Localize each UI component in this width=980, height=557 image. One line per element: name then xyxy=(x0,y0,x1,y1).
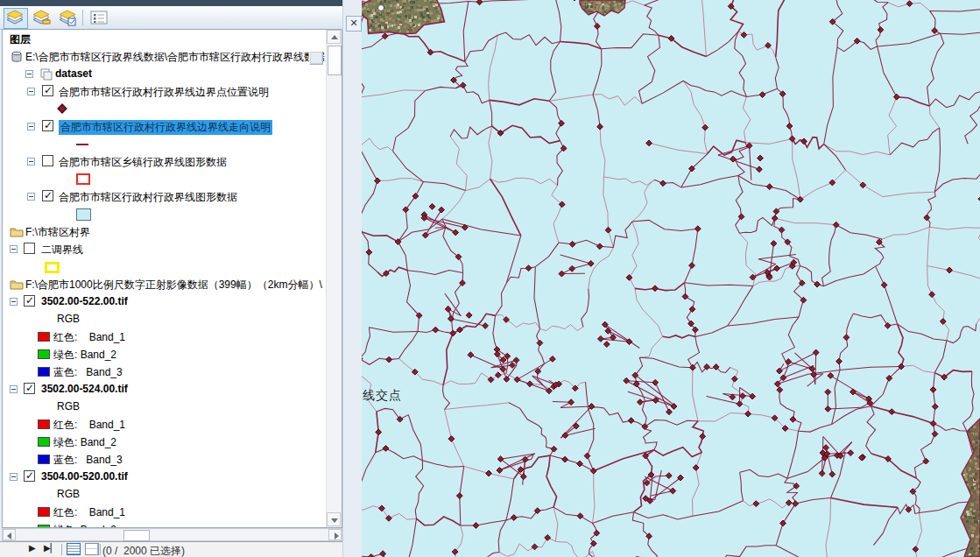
toc-row-symbol xyxy=(3,101,328,118)
attribute-table-footer: ▶ ▶▏ (0 / 2000 已选择) ▶ xyxy=(0,541,362,557)
list-by-source-button[interactable] xyxy=(30,8,54,29)
separator xyxy=(97,544,98,555)
scroll-left-button[interactable] xyxy=(3,529,16,540)
layer-visibility-checkbox[interactable] xyxy=(42,190,53,201)
tree-expander-icon[interactable] xyxy=(10,245,18,253)
tree-expander-icon[interactable] xyxy=(27,88,35,95)
scroll-up-button[interactable] xyxy=(327,30,341,44)
toc-label[interactable]: 3502.00-524.00.tif xyxy=(41,383,128,395)
toc-row-root: 图层 xyxy=(3,31,328,48)
toc-label: RGB xyxy=(57,488,80,500)
toc-row-layer: 3502.00-524.00.tif xyxy=(3,381,328,398)
band-color-swatch xyxy=(38,525,50,527)
toc-row-symbol xyxy=(3,136,328,153)
toc-row-symbol xyxy=(3,206,328,223)
toc-row-layer: 合肥市市辖区乡镇行政界线图形数据 xyxy=(3,153,328,171)
arrow-left-icon xyxy=(7,532,11,539)
toc-label: 绿色: Band_2 xyxy=(53,348,116,363)
band-color-swatch xyxy=(38,349,50,359)
list-by-drawing-order-button[interactable] xyxy=(4,8,28,29)
toc-row-layer: 3504.00-520.00.tif xyxy=(3,469,328,486)
toc-label[interactable]: 合肥市市辖区行政村行政界线边界线走向说明 xyxy=(59,120,272,135)
toc-label[interactable]: 二调界线 xyxy=(41,243,83,257)
map-graphics xyxy=(362,0,980,557)
window-chrome-strip xyxy=(0,0,342,6)
tree-expander-icon[interactable] xyxy=(27,193,35,201)
legend-symbol-rect-cyan[interactable] xyxy=(76,208,91,221)
list-by-source-icon xyxy=(31,17,52,29)
layer-visibility-checkbox[interactable] xyxy=(24,470,35,482)
list-by-visibility-icon xyxy=(57,17,78,29)
table-view-icon[interactable] xyxy=(67,543,81,555)
toc-label: 蓝色: Band_3 xyxy=(53,365,123,380)
geodatabase-icon xyxy=(10,50,24,64)
legend-symbol-rect-red[interactable] xyxy=(76,173,90,185)
band-color-swatch xyxy=(38,437,50,447)
toc-row-source: F:\合肥市1000比例尺数字正射影像数据（399幅）（2km分幅）\ xyxy=(3,276,328,293)
last-record-button[interactable]: ▶▏ xyxy=(44,543,57,553)
toc-label[interactable]: F:\合肥市1000比例尺数字正射影像数据（399幅）（2km分幅）\ xyxy=(25,278,322,293)
toc-label[interactable]: E:\合肥市市辖区行政界线数据\合肥市市辖区行政村行政界线数据库 xyxy=(25,50,328,65)
tree-expander-icon[interactable] xyxy=(10,298,18,306)
toc-row-source: F:\市辖区村界 xyxy=(3,223,328,241)
folder-icon xyxy=(10,278,24,292)
tree-expander-icon[interactable] xyxy=(27,123,35,130)
arrow-right-icon xyxy=(335,532,339,539)
layer-visibility-checkbox[interactable] xyxy=(24,243,35,254)
toc-row-dataset: dataset xyxy=(3,66,328,83)
tree-expander-icon[interactable] xyxy=(10,473,18,481)
layer-visibility-checkbox[interactable] xyxy=(42,120,53,131)
toc-row-rgb: RGB xyxy=(3,398,328,416)
toc-label[interactable]: dataset xyxy=(55,67,92,80)
toc-label[interactable]: 3504.00-520.00.tif xyxy=(41,470,128,483)
toc-label: RGB xyxy=(57,400,80,412)
tree-expander-icon[interactable] xyxy=(25,70,33,78)
legend-symbol-rect-yellow[interactable] xyxy=(45,262,60,273)
toc-vertical-scrollbar[interactable] xyxy=(326,30,342,527)
toc-label: RGB xyxy=(57,313,80,325)
layer-visibility-checkbox[interactable] xyxy=(42,155,53,166)
toc-row-symbol xyxy=(3,258,328,276)
scroll-down-button[interactable] xyxy=(327,512,341,526)
legend-symbol-diamond[interactable] xyxy=(57,103,67,113)
band-color-swatch xyxy=(38,367,50,377)
vertical-scroll-thumb[interactable] xyxy=(328,46,342,75)
map-canvas[interactable]: 线交点 xyxy=(362,0,980,557)
next-record-button[interactable]: ▶ xyxy=(29,543,36,553)
close-icon[interactable]: ✕ xyxy=(346,16,362,32)
toc-options-button[interactable] xyxy=(88,8,112,29)
band-color-swatch xyxy=(38,332,50,342)
toc-label: 绿色: Band_2 xyxy=(53,435,116,450)
toc-row-source: E:\合肥市市辖区行政界线数据\合肥市市辖区行政村行政界线数据库 xyxy=(3,48,328,66)
toc-label: 红色: Band_1 xyxy=(53,418,125,433)
tree-expander-icon[interactable] xyxy=(10,385,18,393)
toc-row-band: 红色: Band_1 xyxy=(3,504,328,521)
layer-visibility-checkbox[interactable] xyxy=(42,85,53,96)
layer-visibility-checkbox[interactable] xyxy=(24,295,35,307)
layer-visibility-checkbox[interactable] xyxy=(24,383,35,394)
toc-label[interactable]: 合肥市市辖区乡镇行政界线图形数据 xyxy=(59,155,227,170)
toc-label[interactable]: 3502.00-522.00.tif xyxy=(41,295,128,307)
map-annotation-label: 线交点 xyxy=(363,388,402,404)
toc-panel: 图层E:\合肥市市辖区行政界线数据\合肥市市辖区行政村行政界线数据库datase… xyxy=(0,0,362,557)
toc-row-symbol xyxy=(3,171,328,188)
toc-row-band: 蓝色: Band_3 xyxy=(3,363,328,381)
toc-tree-container: 图层E:\合肥市市辖区行政界线数据\合肥市市辖区行政村行政界线数据库datase… xyxy=(2,29,342,528)
tree-expander-icon[interactable] xyxy=(27,158,35,166)
toc-row-band: 绿色: Band_2 xyxy=(3,346,328,363)
toc-row-layer: 合肥市市辖区行政村行政界线边界线走向说明 xyxy=(3,118,328,136)
toc-label[interactable]: 合肥市市辖区行政村行政界线图形数据 xyxy=(59,190,237,205)
legend-symbol-line[interactable] xyxy=(76,144,88,145)
toc-label[interactable]: F:\市辖区村界 xyxy=(25,225,90,240)
toc-label[interactable]: 合肥市市辖区行政村行政界线边界点位置说明 xyxy=(59,85,269,100)
scroll-right-button[interactable] xyxy=(328,529,342,540)
toc-options-icon xyxy=(88,17,109,29)
separator xyxy=(61,544,62,555)
toc-horizontal-scrollbar[interactable] xyxy=(2,528,342,541)
list-by-visibility-button[interactable] xyxy=(56,8,81,29)
toc-label[interactable]: 图层 xyxy=(10,32,31,47)
toc-row-band: 红色: Band_1 xyxy=(3,416,328,434)
toc-row-layer: 合肥市市辖区行政村行政界线图形数据 xyxy=(3,188,328,206)
toc-row-band: 绿色: Band_2 xyxy=(3,521,328,527)
horizontal-scroll-thumb[interactable] xyxy=(123,530,150,541)
